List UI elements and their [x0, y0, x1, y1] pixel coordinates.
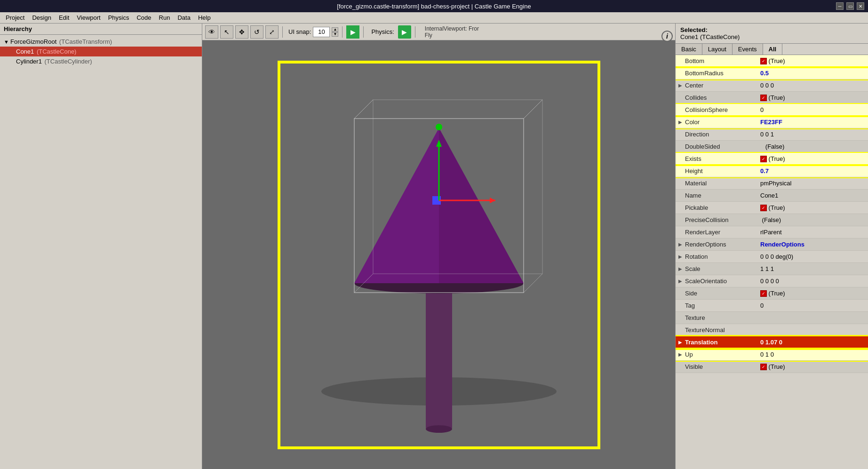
- prop-value-scale: 1 1 1: [760, 265, 865, 272]
- prop-expand-name: [678, 193, 685, 198]
- move-btn[interactable]: ✥: [235, 25, 248, 39]
- prop-bottom[interactable]: Bottom ✓ (True): [676, 55, 868, 67]
- prop-collides[interactable]: Collides ✓ (True): [676, 92, 868, 104]
- prop-name-center: Center: [685, 82, 760, 89]
- prop-precisecollision[interactable]: PreciseCollision (False): [676, 214, 868, 226]
- prop-value-rl: rlParent: [760, 229, 865, 236]
- menu-data[interactable]: Data: [174, 13, 194, 22]
- uisnap-label: UI snap:: [288, 28, 311, 35]
- prop-side[interactable]: Side ✓ (True): [676, 287, 868, 300]
- prop-exists[interactable]: Exists ✓ (True): [676, 153, 868, 165]
- prop-rotation[interactable]: ▶ Rotation 0 0 0 deg(0): [676, 251, 868, 263]
- tree-type-root: (TCastleTransform): [57, 38, 112, 45]
- close-button[interactable]: ✕: [857, 2, 864, 10]
- prop-color[interactable]: ▶ Color FE23FF: [676, 116, 868, 128]
- prop-scaleorientation[interactable]: ▶ ScaleOrientatio 0 0 0 0: [676, 275, 868, 287]
- prop-height[interactable]: Height 0.7: [676, 165, 868, 177]
- prop-name-pc: PreciseCollision: [685, 216, 760, 223]
- scene-canvas: [202, 40, 675, 469]
- left-panel: Hierarchy ▼ ForceGizmoRoot (TCastleTrans…: [0, 24, 202, 469]
- prop-checkbox-pick[interactable]: ✓: [760, 205, 767, 211]
- prop-expand-so: ▶: [678, 278, 685, 284]
- prop-renderoptions[interactable]: ▶ RenderOptions RenderOptions: [676, 238, 868, 251]
- rotate-btn[interactable]: ↺: [250, 25, 263, 39]
- prop-collisionsphere[interactable]: CollisionSphere 0: [676, 104, 868, 116]
- props-list[interactable]: Bottom ✓ (True) BottomRadius 0.5 ▶ Cente…: [676, 55, 868, 469]
- tree-item-cone1[interactable]: Cone1 (TCastleCone): [0, 47, 202, 56]
- prop-checkbox-collides[interactable]: ✓: [760, 95, 767, 101]
- prop-expand-pick: [678, 205, 685, 210]
- prop-value-cs: 0: [760, 106, 865, 113]
- viewport[interactable]: [202, 40, 675, 469]
- prop-name-tex: Texture: [685, 314, 760, 321]
- prop-translation[interactable]: ▶ Translation 0 1.07 0: [676, 336, 868, 349]
- uisnap-up[interactable]: ▲: [332, 27, 338, 32]
- prop-name-rl: RenderLayer: [685, 229, 760, 236]
- hierarchy-tree[interactable]: ▼ ForceGizmoRoot (TCastleTransform) Cone…: [0, 35, 202, 469]
- menu-viewport[interactable]: Viewport: [73, 13, 104, 22]
- tab-events[interactable]: Events: [733, 44, 763, 55]
- prop-texture[interactable]: Texture: [676, 312, 868, 324]
- info-button[interactable]: i: [661, 31, 673, 42]
- scale-btn[interactable]: ⤢: [265, 25, 279, 39]
- prop-expand-cs: [678, 107, 685, 112]
- separator1: [282, 26, 283, 38]
- prop-expand-mat: [678, 181, 685, 186]
- prop-direction[interactable]: Direction 0 0 1: [676, 128, 868, 141]
- prop-expand-center: ▶: [678, 83, 685, 88]
- uisnap-input[interactable]: [313, 27, 330, 37]
- camera-btn[interactable]: 👁: [205, 25, 218, 39]
- prop-pickable[interactable]: Pickable ✓ (True): [676, 202, 868, 214]
- prop-value-name: Cone1: [760, 192, 865, 199]
- tab-layout[interactable]: Layout: [702, 44, 733, 55]
- prop-scale[interactable]: ▶ Scale 1 1 1: [676, 263, 868, 275]
- menu-help[interactable]: Help: [194, 13, 215, 22]
- tree-item-cylinder1[interactable]: Cylinder1 (TCastleCylinder): [0, 56, 202, 66]
- menu-project[interactable]: Project: [2, 13, 28, 22]
- prop-checkbox-side[interactable]: ✓: [760, 290, 767, 297]
- prop-tag[interactable]: Tag 0: [676, 300, 868, 312]
- physics-play-button[interactable]: ▶: [398, 25, 411, 39]
- prop-expand-collides: [678, 95, 685, 100]
- prop-value-pc: (False): [760, 216, 865, 223]
- prop-name-name: Name: [685, 192, 760, 199]
- menu-run[interactable]: Run: [155, 13, 174, 22]
- prop-name-row[interactable]: Name Cone1: [676, 190, 868, 202]
- prop-renderlayer[interactable]: RenderLayer rlParent: [676, 226, 868, 238]
- prop-name-rot: Rotation: [685, 253, 760, 260]
- restore-button[interactable]: ▭: [846, 2, 854, 10]
- prop-expand-trans: ▶: [678, 340, 685, 345]
- prop-visible[interactable]: Visible ✓ (True): [676, 361, 868, 373]
- prop-checkbox-bottom[interactable]: ✓: [760, 58, 767, 64]
- prop-name-tag: Tag: [685, 302, 760, 309]
- prop-expand-tex: [678, 315, 685, 320]
- select-btn[interactable]: ↖: [220, 25, 233, 39]
- svg-rect-3: [426, 288, 452, 429]
- uisnap-down[interactable]: ▼: [332, 32, 338, 37]
- menu-code[interactable]: Code: [133, 13, 155, 22]
- tab-basic[interactable]: Basic: [676, 44, 702, 55]
- prop-center[interactable]: ▶ Center 0 0 0: [676, 79, 868, 92]
- tree-item-forcegizmoroot[interactable]: ▼ ForceGizmoRoot (TCastleTransform): [0, 37, 202, 47]
- menubar: Project Design Edit Viewport Physics Cod…: [0, 12, 868, 24]
- play-button[interactable]: ▶: [346, 25, 359, 39]
- tab-all[interactable]: All: [763, 44, 783, 55]
- prop-up[interactable]: ▶ Up 0 1 0: [676, 349, 868, 361]
- prop-expand-exists: [678, 156, 685, 161]
- prop-checkbox-vis[interactable]: ✓: [760, 364, 767, 370]
- minimize-button[interactable]: ─: [836, 2, 844, 10]
- menu-physics[interactable]: Physics: [104, 13, 133, 22]
- menu-design[interactable]: Design: [28, 13, 55, 22]
- expand-icon-cylinder1: [9, 59, 16, 64]
- prop-material[interactable]: Material pmPhysical: [676, 177, 868, 190]
- prop-name-ro: RenderOptions: [685, 241, 760, 248]
- prop-checkbox-exists[interactable]: ✓: [760, 156, 767, 162]
- prop-value-bottom: (True): [767, 57, 865, 64]
- menu-edit[interactable]: Edit: [55, 13, 73, 22]
- prop-texturenormal[interactable]: TextureNormal: [676, 324, 868, 336]
- expand-icon-cone1: [9, 49, 16, 55]
- prop-doublesided[interactable]: DoubleSided (False): [676, 141, 868, 153]
- prop-name-trans: Translation: [685, 339, 760, 346]
- prop-value-mat: pmPhysical: [760, 180, 865, 187]
- prop-bottomradius[interactable]: BottomRadius 0.5: [676, 67, 868, 79]
